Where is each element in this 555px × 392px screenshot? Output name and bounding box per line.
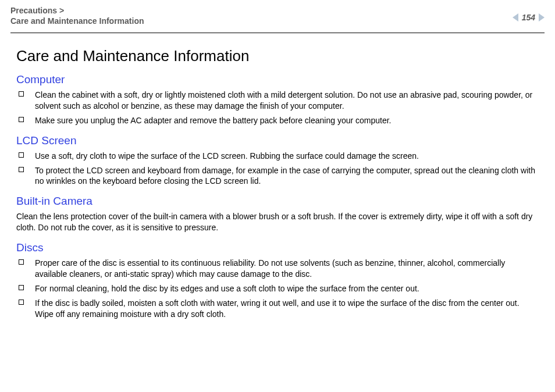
page-content: Care and Maintenance Information Compute…: [0, 33, 555, 320]
list-item: Clean the cabinet with a soft, dry or li…: [31, 90, 539, 112]
document-page: Precautions > Care and Maintenance Infor…: [0, 0, 555, 392]
breadcrumb-current: Care and Maintenance Information: [10, 16, 144, 27]
body-text-camera: Clean the lens protection cover of the b…: [16, 211, 539, 233]
list-item: For normal cleaning, hold the disc by it…: [31, 283, 539, 294]
prev-page-icon[interactable]: [513, 13, 518, 22]
section-heading-lcd: LCD Screen: [16, 134, 539, 147]
list-lcd: Use a soft, dry cloth to wipe the surfac…: [16, 151, 539, 187]
page-number-nav: 154: [513, 13, 545, 22]
next-page-icon[interactable]: [539, 13, 545, 22]
list-item: To protect the LCD screen and keyboard f…: [31, 165, 539, 187]
list-item: Make sure you unplug the AC adapter and …: [31, 115, 539, 126]
breadcrumb-parent: Precautions >: [10, 6, 144, 16]
list-item: Use a soft, dry cloth to wipe the surfac…: [31, 151, 539, 162]
list-item: Proper care of the disc is essential to …: [31, 258, 539, 280]
section-heading-discs: Discs: [16, 241, 539, 254]
list-item: If the disc is badly soiled, moisten a s…: [31, 298, 539, 320]
breadcrumb: Precautions > Care and Maintenance Infor…: [10, 6, 144, 26]
section-heading-camera: Built-in Camera: [16, 195, 539, 208]
list-computer: Clean the cabinet with a soft, dry or li…: [16, 90, 539, 126]
section-heading-computer: Computer: [16, 73, 539, 86]
page-number: 154: [522, 13, 535, 22]
list-discs: Proper care of the disc is essential to …: [16, 258, 539, 319]
page-title: Care and Maintenance Information: [16, 47, 539, 65]
page-header: Precautions > Care and Maintenance Infor…: [10, 0, 545, 33]
